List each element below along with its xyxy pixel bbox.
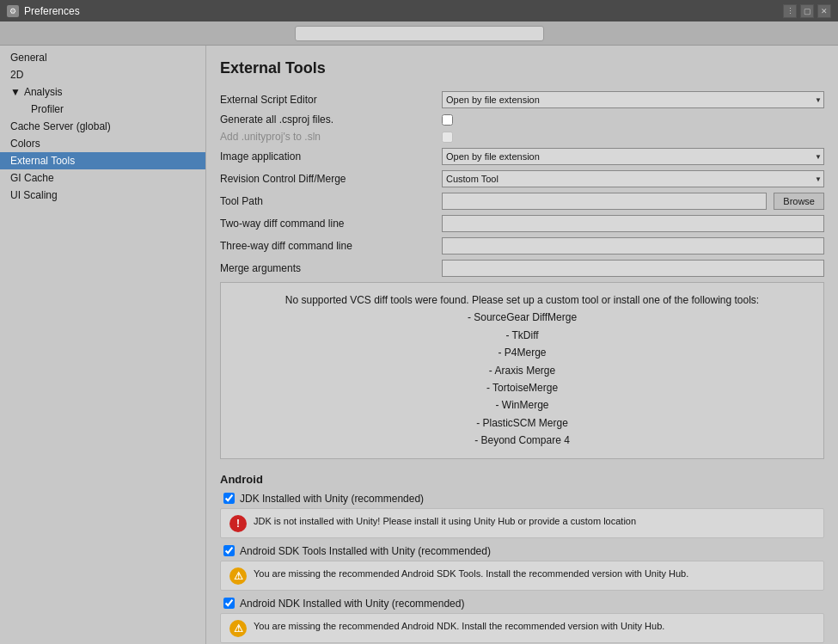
external-script-editor-label: External Script Editor bbox=[220, 94, 435, 106]
more-icon[interactable]: ⋮ bbox=[783, 4, 797, 18]
add-unityproj-label: Add .unityproj's to .sln bbox=[220, 131, 435, 143]
sidebar-item-gi-cache[interactable]: GI Cache bbox=[0, 169, 205, 187]
sidebar-item-profiler[interactable]: Profiler bbox=[0, 101, 205, 118]
image-application-label: Image application bbox=[220, 150, 435, 163]
merge-arguments-row: Merge arguments bbox=[220, 260, 824, 277]
two-way-diff-input[interactable] bbox=[442, 215, 824, 232]
sidebar: General 2D ▼ Analysis Profiler Cache Ser… bbox=[0, 46, 206, 644]
revision-control-select[interactable]: Custom Tool bbox=[442, 170, 824, 187]
search-bar bbox=[0, 21, 838, 46]
three-way-diff-input[interactable] bbox=[442, 237, 824, 255]
tool-path-browse-button[interactable]: Browse bbox=[774, 193, 824, 210]
android-ndk-checkbox-label: Android NDK Installed with Unity (recomm… bbox=[240, 598, 464, 610]
main-area: General 2D ▼ Analysis Profiler Cache Ser… bbox=[0, 46, 838, 644]
add-unityproj-checkbox[interactable] bbox=[442, 132, 453, 143]
two-way-diff-row: Two-way diff command line bbox=[220, 215, 824, 232]
three-way-diff-row: Three-way diff command line bbox=[220, 237, 824, 255]
tool-path-label: Tool Path bbox=[220, 195, 435, 207]
external-script-editor-row: External Script Editor Open by file exte… bbox=[220, 91, 824, 108]
sidebar-item-cache-server[interactable]: Cache Server (global) bbox=[0, 118, 205, 135]
error-icon: ! bbox=[229, 515, 247, 532]
content-area: External Tools External Script Editor Op… bbox=[206, 46, 838, 644]
jdk-error-text: JDK is not installed with Unity! Please … bbox=[254, 514, 636, 529]
generate-csproj-checkbox[interactable] bbox=[442, 114, 453, 126]
info-tool-5: - TortoiseMerge bbox=[486, 382, 558, 394]
image-application-dropdown[interactable]: Open by file extension ▼ bbox=[442, 148, 824, 165]
android-ndk-warning-box: ⚠ You are missing the recommended Androi… bbox=[220, 613, 824, 643]
merge-arguments-input[interactable] bbox=[442, 260, 824, 277]
sidebar-group-analysis[interactable]: ▼ Analysis bbox=[0, 83, 205, 101]
warning-icon-sdk: ⚠ bbox=[229, 567, 247, 585]
two-way-diff-label: Two-way diff command line bbox=[220, 218, 435, 230]
jdk-checkbox-row: JDK Installed with Unity (recommended) bbox=[220, 493, 824, 505]
generate-csproj-label: Generate all .csproj files. bbox=[220, 113, 435, 126]
jdk-checkbox[interactable] bbox=[223, 493, 235, 504]
title-bar: ⚙ Preferences ⋮ ▢ ✕ bbox=[0, 0, 838, 21]
tool-path-input[interactable] bbox=[442, 193, 767, 210]
android-ndk-checkbox[interactable] bbox=[223, 598, 235, 609]
android-sdk-checkbox[interactable] bbox=[223, 545, 235, 556]
image-application-select[interactable]: Open by file extension bbox=[442, 148, 824, 165]
info-tool-3: - P4Merge bbox=[498, 347, 546, 359]
android-section-title: Android bbox=[220, 473, 824, 486]
window-controls: ⋮ ▢ ✕ bbox=[783, 4, 831, 18]
sidebar-item-general[interactable]: General bbox=[0, 49, 205, 66]
revision-control-row: Revision Control Diff/Merge Custom Tool … bbox=[220, 170, 824, 187]
info-tool-2: - TkDiff bbox=[505, 329, 538, 341]
image-application-row: Image application Open by file extension… bbox=[220, 148, 824, 165]
triangle-icon: ▼ bbox=[10, 86, 21, 98]
android-sdk-warning-text: You are missing the recommended Android … bbox=[254, 567, 688, 581]
android-sdk-warning-box: ⚠ You are missing the recommended Androi… bbox=[220, 561, 824, 591]
info-box: No supported VCS diff tools were found. … bbox=[220, 282, 824, 459]
window-icon[interactable]: ▢ bbox=[800, 4, 814, 18]
generate-csproj-row: Generate all .csproj files. bbox=[220, 113, 824, 126]
revision-control-dropdown[interactable]: Custom Tool ▼ bbox=[442, 170, 824, 187]
tool-path-row: Tool Path Browse bbox=[220, 193, 824, 210]
sidebar-item-colors[interactable]: Colors bbox=[0, 135, 205, 152]
search-input[interactable] bbox=[295, 26, 544, 41]
external-script-editor-dropdown[interactable]: Open by file extension ▼ bbox=[442, 91, 824, 108]
sidebar-item-2d[interactable]: 2D bbox=[0, 66, 205, 83]
info-tool-1: - SourceGear DiffMerge bbox=[468, 311, 577, 323]
revision-control-label: Revision Control Diff/Merge bbox=[220, 173, 435, 185]
window-title: Preferences bbox=[24, 5, 80, 17]
close-icon[interactable]: ✕ bbox=[817, 4, 831, 18]
info-tool-7: - PlasticSCM Merge bbox=[476, 417, 568, 429]
sidebar-item-external-tools[interactable]: External Tools bbox=[0, 152, 205, 169]
page-title: External Tools bbox=[220, 59, 824, 77]
info-tool-4: - Araxis Merge bbox=[489, 365, 555, 377]
android-ndk-warning-text: You are missing the recommended Android … bbox=[254, 619, 664, 634]
android-sdk-checkbox-label: Android SDK Tools Installed with Unity (… bbox=[240, 545, 491, 557]
android-ndk-checkbox-row: Android NDK Installed with Unity (recomm… bbox=[220, 598, 824, 610]
jdk-error-box: ! JDK is not installed with Unity! Pleas… bbox=[220, 508, 824, 538]
warning-icon-ndk: ⚠ bbox=[229, 620, 247, 637]
add-unityproj-row: Add .unityproj's to .sln bbox=[220, 131, 824, 143]
android-sdk-checkbox-row: Android SDK Tools Installed with Unity (… bbox=[220, 545, 824, 557]
jdk-checkbox-label: JDK Installed with Unity (recommended) bbox=[240, 493, 424, 505]
three-way-diff-label: Three-way diff command line bbox=[220, 240, 435, 252]
sidebar-item-ui-scaling[interactable]: UI Scaling bbox=[0, 187, 205, 204]
merge-arguments-label: Merge arguments bbox=[220, 262, 435, 274]
info-line1: No supported VCS diff tools were found. … bbox=[285, 294, 759, 306]
app-icon: ⚙ bbox=[7, 5, 19, 17]
external-script-editor-select[interactable]: Open by file extension bbox=[442, 91, 824, 108]
info-tool-6: - WinMerge bbox=[495, 399, 548, 411]
info-tool-8: - Beyond Compare 4 bbox=[474, 434, 570, 446]
